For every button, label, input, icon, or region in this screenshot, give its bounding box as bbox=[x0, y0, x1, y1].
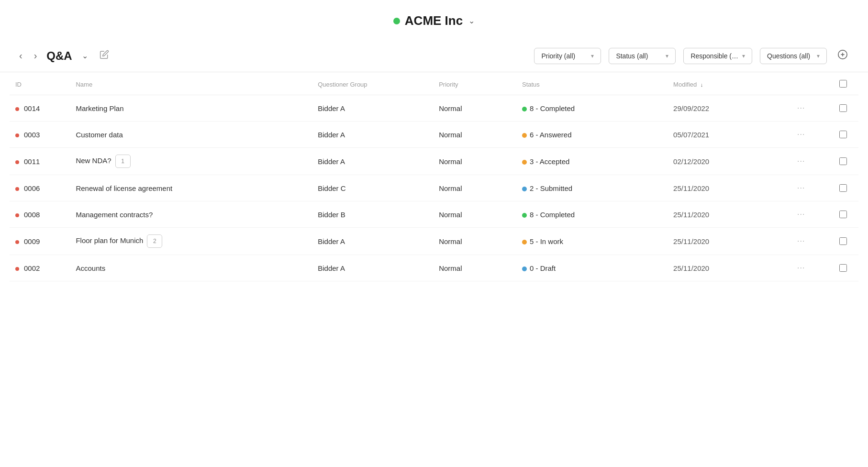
cell-id: 0002 bbox=[10, 255, 70, 281]
row-status-value: 2 - Submitted bbox=[530, 184, 572, 192]
nav-back-button[interactable]: ‹ bbox=[17, 49, 24, 62]
cell-actions[interactable]: ··· bbox=[789, 95, 828, 122]
cell-modified: 25/11/2020 bbox=[668, 201, 789, 228]
row-modified-value: 25/11/2020 bbox=[673, 184, 709, 192]
row-modified-value: 25/11/2020 bbox=[673, 237, 709, 245]
cell-status: 8 - Completed bbox=[516, 95, 668, 122]
row-actions-button[interactable]: ··· bbox=[794, 128, 808, 141]
cell-name[interactable]: New NDA?1 bbox=[70, 148, 312, 175]
row-checkbox[interactable] bbox=[839, 264, 847, 272]
row-actions-button[interactable]: ··· bbox=[794, 155, 808, 167]
company-chevron-icon[interactable]: ⌄ bbox=[468, 16, 475, 25]
row-indicator-dot bbox=[15, 267, 19, 271]
row-id-value: 0006 bbox=[24, 184, 40, 192]
row-modified-value: 02/12/2020 bbox=[673, 157, 709, 166]
nav-forward-button[interactable]: › bbox=[32, 49, 39, 62]
cell-actions[interactable]: ··· bbox=[789, 148, 828, 175]
cell-checkbox[interactable] bbox=[828, 201, 858, 228]
cell-checkbox[interactable] bbox=[828, 122, 858, 148]
col-header-check[interactable] bbox=[828, 72, 858, 95]
cell-name[interactable]: Management contracts? bbox=[70, 201, 312, 228]
col-header-priority: Priority bbox=[433, 72, 516, 95]
status-dot-icon bbox=[522, 187, 527, 191]
row-checkbox[interactable] bbox=[839, 237, 847, 245]
cell-name[interactable]: Renewal of license agreement bbox=[70, 175, 312, 201]
select-all-checkbox[interactable] bbox=[839, 80, 847, 88]
cell-modified: 25/11/2020 bbox=[668, 175, 789, 201]
cell-priority: Normal bbox=[433, 201, 516, 228]
cell-id: 0003 bbox=[10, 122, 70, 148]
col-header-modified[interactable]: Modified ↓ bbox=[668, 72, 789, 95]
row-actions-button[interactable]: ··· bbox=[794, 262, 808, 274]
edit-button[interactable] bbox=[98, 48, 111, 64]
row-name-value: Marketing Plan bbox=[76, 104, 123, 112]
cell-checkbox[interactable] bbox=[828, 228, 858, 255]
cell-checkbox[interactable] bbox=[828, 175, 858, 201]
cell-checkbox[interactable] bbox=[828, 148, 858, 175]
comment-badge: 1 bbox=[115, 155, 131, 168]
priority-filter-chevron-icon: ▾ bbox=[591, 53, 594, 59]
cell-id: 0006 bbox=[10, 175, 70, 201]
cell-priority: Normal bbox=[433, 95, 516, 122]
page-title-chevron-icon[interactable]: ⌄ bbox=[82, 51, 88, 60]
row-modified-value: 25/11/2020 bbox=[673, 211, 709, 219]
row-checkbox[interactable] bbox=[839, 211, 847, 218]
row-status-value: 0 - Draft bbox=[530, 264, 556, 272]
cell-questioner: Bidder B bbox=[312, 201, 433, 228]
row-id-value: 0011 bbox=[24, 157, 40, 166]
row-id-value: 0003 bbox=[24, 131, 40, 139]
cell-questioner: Bidder A bbox=[312, 95, 433, 122]
row-checkbox[interactable] bbox=[839, 157, 847, 165]
row-id-value: 0009 bbox=[24, 237, 40, 245]
cell-id: 0011 bbox=[10, 148, 70, 175]
qa-table: ID Name Questioner Group Priority Status… bbox=[10, 72, 858, 281]
status-filter[interactable]: Status (all) ▾ bbox=[609, 48, 676, 64]
cell-status: 8 - Completed bbox=[516, 201, 668, 228]
status-dot-icon bbox=[522, 107, 527, 111]
row-priority-value: Normal bbox=[439, 237, 462, 245]
row-name-value: New NDA? bbox=[76, 156, 111, 165]
row-actions-button[interactable]: ··· bbox=[794, 102, 808, 114]
cell-checkbox[interactable] bbox=[828, 95, 858, 122]
row-modified-value: 29/09/2022 bbox=[673, 104, 709, 112]
cell-actions[interactable]: ··· bbox=[789, 255, 828, 281]
cell-actions[interactable]: ··· bbox=[789, 122, 828, 148]
cell-name[interactable]: Marketing Plan bbox=[70, 95, 312, 122]
cell-actions[interactable]: ··· bbox=[789, 175, 828, 201]
row-id-value: 0008 bbox=[24, 211, 40, 219]
row-actions-button[interactable]: ··· bbox=[794, 182, 808, 194]
table-row: 0002AccountsBidder ANormal0 - Draft25/11… bbox=[10, 255, 858, 281]
cell-modified: 02/12/2020 bbox=[668, 148, 789, 175]
toolbar: ‹ › Q&A ⌄ Priority (all) ▾ Status (all) … bbox=[0, 38, 868, 72]
col-header-questioner: Questioner Group bbox=[312, 72, 433, 95]
cell-questioner: Bidder A bbox=[312, 148, 433, 175]
row-status-value: 6 - Answered bbox=[530, 131, 572, 139]
row-checkbox[interactable] bbox=[839, 184, 847, 192]
row-actions-button[interactable]: ··· bbox=[794, 235, 808, 247]
row-priority-value: Normal bbox=[439, 211, 462, 219]
row-actions-button[interactable]: ··· bbox=[794, 208, 808, 221]
table-row: 0009Floor plan for Munich2Bidder ANormal… bbox=[10, 228, 858, 255]
row-questioner-value: Bidder A bbox=[318, 131, 345, 139]
cell-name[interactable]: Accounts bbox=[70, 255, 312, 281]
row-indicator-dot bbox=[15, 240, 19, 244]
cell-checkbox[interactable] bbox=[828, 255, 858, 281]
status-dot-icon bbox=[522, 133, 527, 138]
col-header-status: Status bbox=[516, 72, 668, 95]
cell-actions[interactable]: ··· bbox=[789, 201, 828, 228]
responsible-filter-chevron-icon: ▾ bbox=[742, 53, 745, 59]
data-table-container: ID Name Questioner Group Priority Status… bbox=[0, 72, 868, 281]
company-header: ACME Inc ⌄ bbox=[0, 0, 868, 38]
priority-filter[interactable]: Priority (all) ▾ bbox=[534, 48, 601, 64]
cell-actions[interactable]: ··· bbox=[789, 228, 828, 255]
cell-priority: Normal bbox=[433, 175, 516, 201]
responsible-filter[interactable]: Responsible (… ▾ bbox=[683, 48, 752, 64]
cell-name[interactable]: Customer data bbox=[70, 122, 312, 148]
row-questioner-value: Bidder A bbox=[318, 104, 345, 112]
cell-status: 3 - Accepted bbox=[516, 148, 668, 175]
list-view-button[interactable] bbox=[835, 46, 851, 65]
questions-filter[interactable]: Questions (all) ▾ bbox=[760, 48, 827, 64]
cell-name[interactable]: Floor plan for Munich2 bbox=[70, 228, 312, 255]
row-checkbox[interactable] bbox=[839, 104, 847, 112]
row-checkbox[interactable] bbox=[839, 131, 847, 138]
